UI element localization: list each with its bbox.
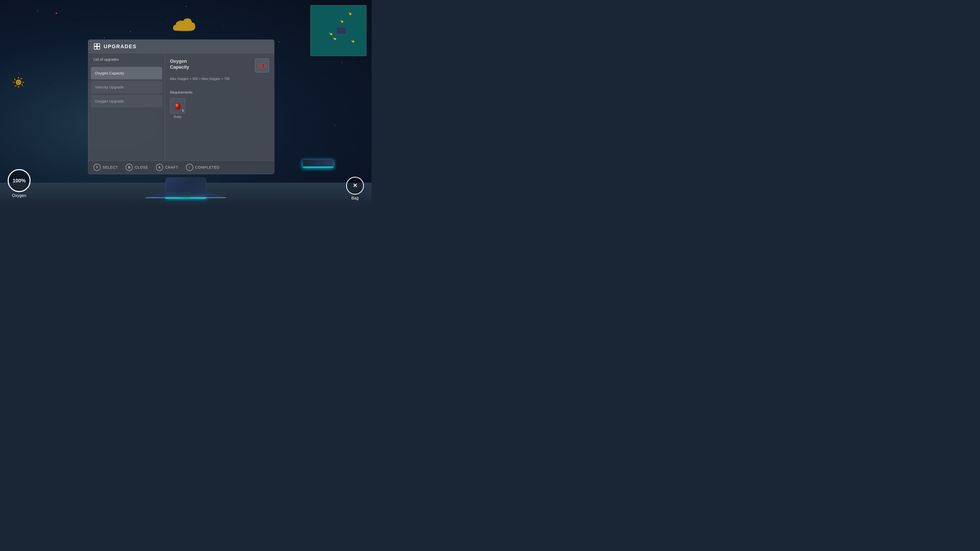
minimap-v5: V (351, 40, 353, 42)
oxygen-percent: 100% (13, 178, 25, 184)
svg-rect-9 (260, 64, 261, 67)
y-button-circle: Y (94, 164, 100, 171)
dialog-title: UPGRADES (103, 44, 137, 49)
requirement-ruby-count: 5 (182, 109, 184, 113)
svg-rect-5 (94, 47, 97, 49)
b-button-circle: B (126, 164, 133, 171)
spaceship-right-wing (303, 160, 333, 167)
craft-label: CRAFT (165, 165, 178, 169)
bag-circle: ✕ (346, 177, 364, 195)
y-button-key: Y (96, 165, 98, 169)
svg-rect-8 (265, 65, 266, 67)
list-panel: List of upgrades Oxygen Capacity Velocit… (88, 53, 165, 160)
oxygen-circle: 100% (8, 169, 30, 192)
completed-button[interactable]: ○ COMPLETED (186, 164, 220, 171)
requirements-grid: 5 Ruby (170, 98, 269, 119)
a-button-circle: A (156, 164, 163, 171)
dialog-footer: Y SELECT B CLOSE A CRAFT ○ COMPLETED (88, 160, 274, 174)
close-label: CLOSE (135, 165, 148, 169)
svg-rect-6 (97, 47, 100, 49)
b-button-key: B (128, 165, 130, 169)
upgrade-item-oxygen-capacity[interactable]: Oxygen Capacity (91, 67, 162, 79)
svg-rect-10 (261, 64, 262, 67)
x-icon: ✕ (353, 183, 357, 189)
a-button-key: A (159, 165, 161, 169)
detail-panel: OxygenCapacity Max Oxygen = 500 > Max Ox… (165, 53, 274, 160)
ruby-gem-icon (173, 101, 182, 110)
minimap-content: V V V V V (311, 6, 366, 56)
gear-icon[interactable] (11, 75, 25, 89)
minimap-v4: V (333, 37, 334, 40)
minimap-v3: V (329, 32, 331, 35)
select-button[interactable]: Y SELECT (94, 164, 118, 171)
requirement-ruby: 5 Ruby (170, 98, 185, 119)
o-button-key: ○ (189, 165, 190, 169)
list-header: List of upgrades (91, 56, 162, 64)
dialog-body: List of upgrades Oxygen Capacity Velocit… (88, 53, 274, 160)
dialog-header: UPGRADES (88, 40, 274, 53)
upgrades-dialog: UPGRADES List of upgrades Oxygen Capacit… (88, 40, 274, 174)
minimap-v1: V (348, 12, 350, 14)
requirements-label: Requirements: (170, 90, 269, 94)
craft-button[interactable]: A CRAFT (156, 164, 178, 171)
oxygen-meter: 100% Oxygen (8, 169, 30, 198)
requirement-ruby-name: Ruby (174, 115, 181, 119)
close-button[interactable]: B CLOSE (126, 164, 148, 171)
detail-title: OxygenCapacity (170, 59, 189, 70)
upgrade-item-velocity[interactable]: Velocity Upgrade (91, 81, 162, 94)
svg-rect-11 (263, 64, 263, 67)
bag-label: Bag (352, 196, 359, 200)
oxygen-label: Oxygen (12, 193, 26, 198)
detail-upgrade-icon (255, 59, 269, 73)
detail-title-row: OxygenCapacity (170, 59, 269, 73)
upgrades-dialog-icon (94, 43, 100, 50)
svg-rect-3 (94, 44, 97, 46)
detail-description: Max Oxygen = 500 > Max Oxygen = 700 (170, 76, 269, 81)
cloud-icon (170, 15, 201, 39)
select-label: SELECT (103, 165, 118, 169)
minimap: V V V V V (310, 5, 366, 56)
upgrade-item-oxygen-upgrade[interactable]: Oxygen Upgrade (91, 95, 162, 107)
bag-button[interactable]: ✕ Bag (346, 177, 364, 200)
svg-point-2 (18, 81, 20, 83)
minimap-ship-indicator (336, 27, 346, 35)
completed-label: COMPLETED (195, 165, 220, 169)
requirement-ruby-box: 5 (170, 98, 185, 114)
minimap-v2: V (340, 20, 342, 22)
o-button-circle: ○ (186, 164, 193, 171)
svg-rect-4 (97, 44, 100, 46)
svg-point-12 (174, 102, 181, 110)
